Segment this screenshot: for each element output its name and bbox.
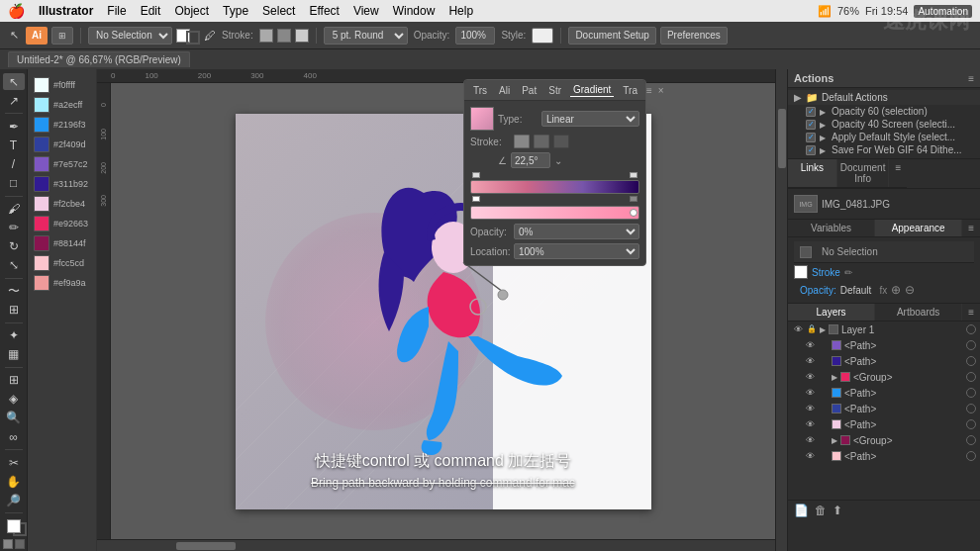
- move-to-new-icon[interactable]: ⬆: [833, 504, 842, 517]
- menu-type[interactable]: Type: [223, 4, 248, 18]
- no-selection-dropdown[interactable]: No Selection: [88, 27, 172, 45]
- layers-panel-menu-icon[interactable]: ≡: [962, 304, 980, 321]
- layer-path-1-circle[interactable]: [966, 340, 976, 350]
- swatch-item-3[interactable]: #2196f3: [34, 117, 90, 133]
- vertical-scrollbar[interactable]: [775, 69, 787, 551]
- preferences-btn[interactable]: Preferences: [660, 27, 728, 45]
- apple-menu[interactable]: 🍎: [8, 3, 25, 19]
- fill-stroke-display[interactable]: [4, 517, 24, 535]
- paintbrush-tool[interactable]: 🖌: [3, 200, 25, 217]
- gradient-panel-close[interactable]: ×: [658, 85, 664, 96]
- line-tool[interactable]: /: [3, 155, 25, 172]
- location-dropdown[interactable]: 100%: [514, 243, 639, 259]
- opacity-dropdown[interactable]: 0%: [514, 224, 639, 239]
- scale-tool[interactable]: ⤡: [3, 257, 25, 274]
- scissors-tool[interactable]: ✂: [3, 454, 25, 471]
- swatch-item-5[interactable]: #7e57c2: [34, 156, 90, 172]
- action-play-2[interactable]: ▶: [820, 121, 828, 129]
- layer-path-2[interactable]: 👁 <Path>: [788, 353, 980, 369]
- canvas-area[interactable]: 0 100 200 300 400 0 100 200 300: [97, 69, 787, 551]
- actions-panel-menu-icon[interactable]: ≡: [968, 73, 974, 84]
- gradient-color-bar[interactable]: [470, 180, 639, 194]
- action-check-4[interactable]: ✓: [806, 145, 816, 155]
- artboards-tab[interactable]: Artboards: [875, 304, 962, 321]
- opacity-input[interactable]: [455, 27, 495, 45]
- blend-tool[interactable]: ∞: [3, 428, 25, 445]
- layer-path-4-eye[interactable]: 👁: [804, 403, 816, 414]
- gradient-panel-menu[interactable]: ≡: [646, 85, 652, 96]
- gradient-stop-top-2[interactable]: [630, 172, 637, 178]
- gradient-tab-trs[interactable]: Trs: [470, 84, 490, 97]
- gradient-pink-bar[interactable]: [470, 206, 639, 220]
- fx-button[interactable]: fx: [879, 285, 887, 296]
- gradient-tab-pat[interactable]: Pat: [519, 84, 539, 97]
- variables-tab[interactable]: Variables: [788, 220, 875, 236]
- gradient-stop-1[interactable]: [472, 196, 480, 202]
- document-tab[interactable]: Untitled-2* @ 66,67% (RGB/Preview): [8, 51, 190, 67]
- mesh-tool[interactable]: ⊞: [3, 372, 25, 389]
- layer-path-5-eye[interactable]: 👁: [804, 418, 816, 430]
- menu-help[interactable]: Help: [448, 4, 473, 18]
- swatch-item-4[interactable]: #2f409d: [34, 137, 90, 152]
- gradient-stop-2[interactable]: [630, 196, 637, 202]
- gradient-preview-swatch[interactable]: [470, 107, 494, 131]
- menu-effect[interactable]: Effect: [309, 4, 339, 18]
- layer-path-4[interactable]: 👁 <Path>: [788, 401, 980, 416]
- direct-selection-tool[interactable]: ↗: [3, 92, 25, 109]
- swatch-item-11[interactable]: #ef9a9a: [34, 275, 90, 291]
- layer-1-group[interactable]: 👁 🔒 ▶ Layer 1: [788, 321, 980, 337]
- menu-select[interactable]: Select: [262, 4, 295, 18]
- symbol-tool[interactable]: ✦: [3, 327, 25, 344]
- layer-path-1[interactable]: 👁 <Path>: [788, 337, 980, 353]
- menu-view[interactable]: View: [353, 4, 379, 18]
- layer-group-2-eye[interactable]: 👁: [804, 434, 816, 446]
- swatch-item-7[interactable]: #f2cbe4: [34, 196, 90, 212]
- gradient-stop-top-1[interactable]: [472, 172, 480, 178]
- selection-tool-icon[interactable]: ↖: [6, 28, 22, 44]
- layer-1-eye-icon[interactable]: 👁: [792, 323, 804, 335]
- swatch-item-2[interactable]: #a2ecff: [34, 97, 90, 113]
- fill-stroke-colors[interactable]: [176, 27, 200, 45]
- stroke-option-3[interactable]: [553, 135, 569, 148]
- normal-draw-icon[interactable]: [3, 539, 13, 549]
- layer-group-1-expand[interactable]: ▶: [832, 373, 837, 382]
- links-panel-menu-icon[interactable]: ≡: [889, 159, 907, 187]
- layer-path-3-circle[interactable]: [966, 388, 976, 398]
- delete-appearance-icon[interactable]: ⊖: [905, 283, 915, 297]
- menu-file[interactable]: File: [107, 4, 126, 18]
- artwork[interactable]: 快捷键control 或 command 加左括号 Bring path bac…: [111, 83, 775, 539]
- layer-path-2-eye[interactable]: 👁: [804, 355, 816, 367]
- layer-path-5-circle[interactable]: [966, 419, 976, 429]
- stroke-edit-icon[interactable]: ✏: [844, 267, 852, 278]
- selection-tool[interactable]: ↖: [3, 73, 25, 90]
- gradient-pink-stop[interactable]: [630, 209, 637, 217]
- layer-path-6[interactable]: 👁 <Path>: [788, 448, 980, 464]
- horizontal-scrollbar[interactable]: [97, 539, 775, 551]
- layer-path-3[interactable]: 👁 <Path>: [788, 385, 980, 401]
- horizontal-scroll-thumb[interactable]: [176, 542, 236, 550]
- action-play-3[interactable]: ▶: [820, 134, 828, 141]
- gradient-type-dropdown[interactable]: Linear: [541, 111, 639, 127]
- layer-path-5[interactable]: 👁 <Path>: [788, 416, 980, 432]
- stroke-option-1[interactable]: [514, 135, 530, 148]
- layer-group-2-expand[interactable]: ▶: [832, 436, 837, 445]
- column-graph-tool[interactable]: ▦: [3, 346, 25, 363]
- style-swatch[interactable]: [532, 28, 553, 44]
- doc-info-tab[interactable]: Document Info: [837, 159, 890, 187]
- toolbar-options-icon[interactable]: ⊞: [51, 27, 73, 45]
- stroke-color-swatch[interactable]: [794, 265, 808, 279]
- layer-path-6-circle[interactable]: [966, 451, 976, 461]
- layer-group-1-eye[interactable]: 👁: [804, 371, 816, 383]
- links-tab[interactable]: Links: [788, 159, 837, 187]
- rotate-tool[interactable]: ↻: [3, 238, 25, 255]
- actions-panel-header[interactable]: Actions ≡: [788, 69, 980, 88]
- actions-default-group[interactable]: ▶ 📁 Default Actions: [788, 90, 980, 105]
- gradient-angle-input[interactable]: [511, 152, 550, 168]
- layer-group-2[interactable]: 👁 ▶ <Group>: [788, 432, 980, 448]
- layer-path-2-circle[interactable]: [966, 356, 976, 366]
- eyedropper-tool[interactable]: 🔍: [3, 410, 25, 426]
- vertical-scroll-thumb[interactable]: [778, 109, 786, 168]
- type-tool[interactable]: T: [3, 137, 25, 153]
- action-check-3[interactable]: ✓: [806, 133, 816, 142]
- layer-group-1[interactable]: 👁 ▶ <Group>: [788, 369, 980, 385]
